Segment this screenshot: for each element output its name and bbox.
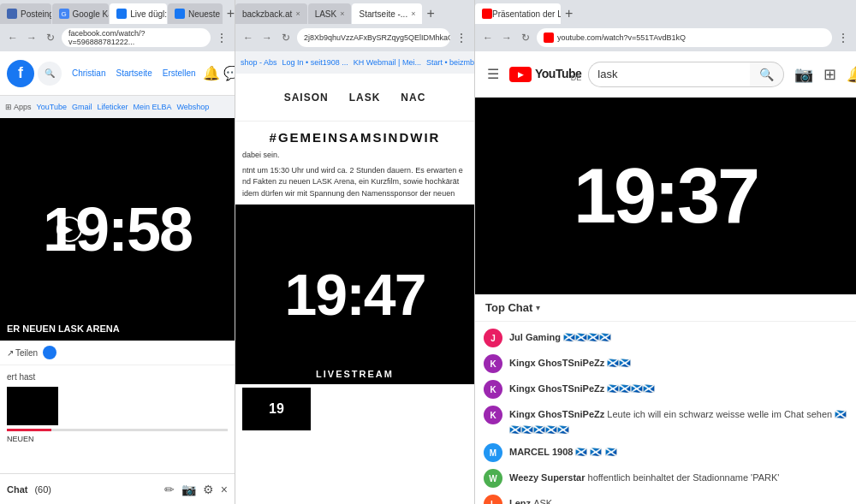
chat-pencil-icon[interactable]: ✏ [164,483,175,496]
chat-username: Kingx GhosTSniPeZz [509,409,607,419]
chat-action-icons: ✏ 📷 ⚙ × [164,483,228,496]
lask-nav-nac[interactable]: NAC [401,92,425,104]
middle-address-bar: ← → ↻ 2j8Xb9qhuVzzAFxBySRZqyg5QElIDMhkaO… [235,24,474,51]
chat-message-content: Kingx GhosTSniPeZz 🏴󠁧󠁢󠁳󠁣󠁴󠁿🏴󠁧󠁢󠁳󠁣󠁴󠁿🏴󠁧󠁢󠁳󠁣󠁴󠁿… [509,380,847,395]
tab-close-icon[interactable]: × [340,9,344,18]
chat-chevron-icon[interactable]: ▾ [536,303,540,312]
share-button[interactable]: ↗ Teilen [7,348,38,358]
apps-icon[interactable]: ⊞ Apps [5,103,32,111]
tab-backzback[interactable]: backzback.at × [235,3,307,24]
chat-close-icon[interactable]: × [221,483,228,496]
lask-body-text: dabei sein. ntnt um 15:30 Uhr und wird c… [235,150,474,199]
youtube-notifications-icon[interactable]: 🔔 [843,62,856,87]
bookmark-khwebmail[interactable]: KH Webmail | Mei... [354,58,421,67]
middle-extensions-icon[interactable]: ⋮ [454,29,469,46]
youtube-apps-icon[interactable]: ⊞ [820,62,840,87]
chat-message-content: Weezy Superstar hoffentlich beinhaltet d… [509,469,847,484]
notifications-icon[interactable]: 🔔 [203,65,220,81]
left-browser-chrome: Posteingang × G Google Kalen... × Live d… [0,0,235,51]
chat-label: Chat [7,484,27,495]
youtube-video-player[interactable]: 19:37 [475,98,856,294]
new-tab-button-right[interactable]: + [565,6,573,21]
facebook-favicon-active [116,9,127,19]
tab-posteingang[interactable]: Posteingang × [0,3,51,24]
chat-username: Weezy Superstar [509,472,588,483]
nav-link-startseite[interactable]: Startseite [112,65,155,81]
chat-gear-icon[interactable]: ⚙ [203,483,214,496]
url-bar-middle[interactable]: 2j8Xb9qhuVzzAFxBySRZqyg5QElIDMhkaOsFfP1e… [297,28,450,47]
nav-link-erstellen[interactable]: Erstellen [159,65,199,81]
youtube-search-input[interactable] [588,62,750,87]
bookmark-gmail[interactable]: Gmail [72,103,92,111]
messenger-icon[interactable]: 💬 [223,65,235,81]
new-tab-button-middle[interactable]: + [426,6,434,21]
reload-button-right[interactable]: ↻ [518,30,533,45]
tab-close-icon[interactable]: × [295,9,300,18]
nav-link-christian[interactable]: Christian [68,65,109,81]
facebook-search[interactable]: 🔍 [38,62,62,86]
tab-close-icon[interactable]: × [411,9,415,18]
forward-button-right[interactable]: → [499,30,514,45]
facebook-navbar: f 🔍 👤 Christian Startseite Erstellen 🔔 💬… [0,51,235,96]
bookmark-youtube[interactable]: YouTube [37,103,67,111]
tab-lask[interactable]: LASK × [308,3,352,24]
youtube-header-icons: 📷 ⊞ 🔔 [791,62,856,87]
facebook-chat-bar: Chat (60) ✏ 📷 ⚙ × [0,473,235,504]
bookmark-webshop[interactable]: Webshop [176,103,209,111]
back-button[interactable]: ← [5,30,21,45]
comment-thumbnail[interactable] [7,387,58,425]
tab-google-kalen[interactable]: G Google Kalen... × [52,3,110,24]
reload-button[interactable]: ↻ [43,30,58,45]
new-tab-button[interactable]: + [227,6,235,21]
youtube-search-button[interactable]: 🔍 [750,62,784,87]
right-extensions-icon[interactable]: ⋮ [835,29,851,46]
fb-play-button[interactable]: ▶ [56,216,82,242]
lask-nav-saison[interactable]: SAISON [284,92,329,104]
strip-video-item[interactable]: 19 [242,388,311,430]
bookmarks-bar-middle: shop - Abs Log In • seit1908 ... KH Webm… [235,51,474,74]
back-button-right[interactable]: ← [480,30,496,45]
youtube-logo[interactable]: YouTube DE [509,67,581,82]
comment-label: ert hast [7,372,35,382]
chat-message-row: KKingx GhosTSniPeZz 🏴󠁧󠁢󠁳󠁣󠁴󠁿🏴󠁧󠁢󠁳󠁣󠁴󠁿 [475,351,856,377]
chat-username: Kingx GhosTSniPeZz [509,358,607,368]
chat-user-avatar: K [484,406,502,424]
facebook-actions: ↗ Teilen [0,341,235,365]
chat-message-row: MMARCEL 1908 🏴󠁧󠁢󠁳󠁣󠁴󠁿 🏴󠁧󠁢󠁳󠁣󠁴󠁿 🏴󠁧󠁢󠁳󠁣󠁴󠁿 [475,440,856,465]
chat-user-avatar: K [484,380,502,399]
tab-startseite[interactable]: Startseite -... × [352,3,422,24]
forward-button[interactable]: → [24,30,39,45]
right-tab-bar: Präsentation der LASK Arena -... × + [475,0,856,24]
tab-live-facebook[interactable]: Live dügl: Nel... × [110,3,167,24]
bookmark-lifeticker[interactable]: Lifeticker [97,103,128,111]
chat-messages-list: JJul Gaming 🏴󠁧󠁢󠁳󠁣󠁴󠁿🏴󠁧󠁢󠁳󠁣󠁴󠁿🏴󠁧󠁢󠁳󠁣󠁴󠁿🏴󠁧󠁢󠁳󠁣󠁴󠁿… [475,322,856,504]
chat-username: Jul Gaming [509,332,563,342]
youtube-logo-icon [509,67,532,82]
chat-user-avatar: W [484,469,502,488]
lask-nav-lask[interactable]: LASK [349,92,381,104]
lask-video-player[interactable]: 19:47 LIVESTREAM [235,205,474,384]
tab-neueste[interactable]: Neueste Nei... × [168,3,223,24]
chat-video-icon[interactable]: 📷 [181,483,196,496]
chat-user-avatar: K [484,354,502,373]
share-icon: ↗ [7,348,14,358]
bookmark-shop[interactable]: shop - Abs [241,58,277,67]
bookmark-elba[interactable]: Mein ELBA [133,103,171,111]
tab-yt-presentation[interactable]: Präsentation der LASK Arena -... × [475,3,561,24]
facebook-video-player[interactable]: 19:58 ▶ ER NEUEN LASK ARENA [0,118,235,341]
forward-button-mid[interactable]: → [259,30,275,45]
lask-livestream-button[interactable]: LIVESTREAM [235,364,474,384]
back-button-mid[interactable]: ← [241,30,256,45]
youtube-hamburger-icon[interactable]: ☰ [484,62,502,86]
bookmark-start[interactable]: Start • beizmbe... [426,58,474,67]
chat-message-content: Kingx GhosTSniPeZz 🏴󠁧󠁢󠁳󠁣󠁴󠁿🏴󠁧󠁢󠁳󠁣󠁴󠁿 [509,354,847,370]
youtube-camera-icon[interactable]: 📷 [791,62,817,87]
url-bar-right[interactable]: youtube.com/watch?v=551TAvdB1kQ [537,28,832,47]
url-bar[interactable]: facebook.com/watch/?v=596888781222... [62,28,211,47]
extensions-icon[interactable]: ⋮ [214,29,229,46]
video-progress-bar[interactable] [7,429,228,431]
facebook-logo: f [7,60,34,87]
reload-button-mid[interactable]: ↻ [278,30,294,45]
bookmark-login[interactable]: Log In • seit1908 ... [282,58,348,67]
chat-message-content: MARCEL 1908 🏴󠁧󠁢󠁳󠁣󠁴󠁿 🏴󠁧󠁢󠁳󠁣󠁴󠁿 🏴󠁧󠁢󠁳󠁣󠁴󠁿 [509,443,847,459]
